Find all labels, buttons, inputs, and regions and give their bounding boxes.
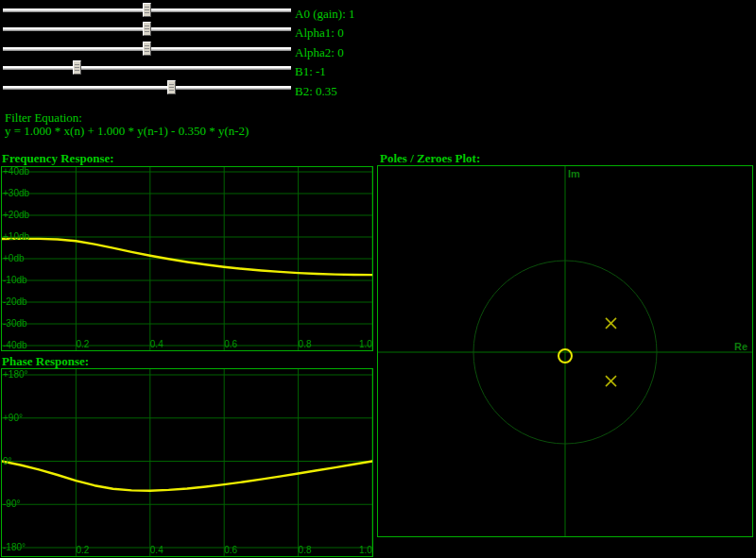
x-tick-label: 0.8 (299, 545, 312, 555)
slider-label: Alpha2: 0 (295, 45, 344, 59)
slider-label: B2: 0.35 (295, 84, 337, 98)
pole-marker (606, 376, 616, 386)
pole-marker (606, 318, 616, 329)
frequency-response-title: Frequency Response: (2, 151, 114, 165)
filter-equation-heading: Filter Equation: (5, 110, 82, 125)
re-axis-label: Re (734, 341, 747, 352)
y-tick-label: -40db (3, 340, 27, 350)
x-tick-label: 0.6 (224, 545, 237, 555)
x-tick-label: 0.2 (76, 545, 89, 555)
slider-thumb-grip (145, 25, 149, 32)
x-tick-label: 0.4 (150, 339, 163, 349)
y-tick-label: +10db (3, 231, 29, 242)
slider-thumb[interactable] (73, 60, 81, 75)
poles-zeroes-title: Poles / Zeroes Plot: (380, 151, 480, 165)
slider-thumb[interactable] (143, 42, 151, 56)
slider-label: A0 (gain): 1 (295, 7, 355, 21)
slider-label: Alpha1: 0 (295, 25, 344, 40)
y-tick-label: 0° (3, 456, 12, 466)
poles-zeroes-plot: ImRe (377, 165, 753, 537)
y-tick-label: +180° (3, 369, 28, 380)
x-tick-label: 1.0 (359, 339, 372, 349)
slider-thumb[interactable] (143, 3, 151, 17)
slider-label: B1: -1 (295, 64, 326, 78)
slider-thumb-grip (169, 84, 174, 91)
y-tick-label: +20db (3, 210, 29, 220)
phase-response-plot: +180°+90°0°-90°-180°0.20.40.60.81.0 (1, 368, 373, 557)
y-tick-label: +90° (3, 413, 23, 423)
y-tick-label: -10db (3, 275, 27, 285)
y-tick-label: +0db (3, 253, 25, 263)
poles-zeroes-canvas (378, 166, 752, 536)
y-tick-label: +40db (3, 166, 29, 177)
y-tick-label: -90° (3, 499, 20, 509)
x-tick-label: 0.2 (76, 339, 89, 349)
slider-thumb[interactable] (143, 22, 151, 36)
frequency-response-plot: +40db+30db+20db+10db+0db-10db-20db-30db-… (1, 166, 373, 351)
slider-track[interactable] (3, 86, 291, 90)
y-tick-label: -20db (3, 296, 27, 307)
phase-deg-curve (2, 462, 372, 491)
slider-thumb-grip (145, 45, 149, 52)
slider-thumb-grip (75, 64, 79, 71)
x-tick-label: 0.4 (150, 545, 163, 555)
filter-design-tool: A0 (gain): 1Alpha1: 0Alpha2: 0B1: -1B2: … (0, 0, 756, 558)
filter-equation-formula: y = 1.000 * x(n) + 1.000 * y(n-1) - 0.35… (5, 124, 249, 138)
slider-thumb[interactable] (167, 80, 176, 94)
phase-response-canvas (2, 369, 372, 556)
x-tick-label: 0.8 (299, 339, 312, 349)
x-tick-label: 0.6 (224, 339, 237, 349)
x-tick-label: 1.0 (359, 545, 372, 555)
slider-thumb-grip (145, 7, 149, 13)
frequency-response-canvas (2, 167, 372, 350)
phase-response-title: Phase Response: (2, 354, 89, 368)
y-tick-label: -180° (3, 542, 26, 552)
im-axis-label: Im (568, 168, 580, 179)
slider-track[interactable] (3, 66, 291, 70)
y-tick-label: +30db (3, 188, 29, 198)
y-tick-label: -30db (3, 318, 27, 329)
magnitude-db-curve (2, 239, 372, 275)
